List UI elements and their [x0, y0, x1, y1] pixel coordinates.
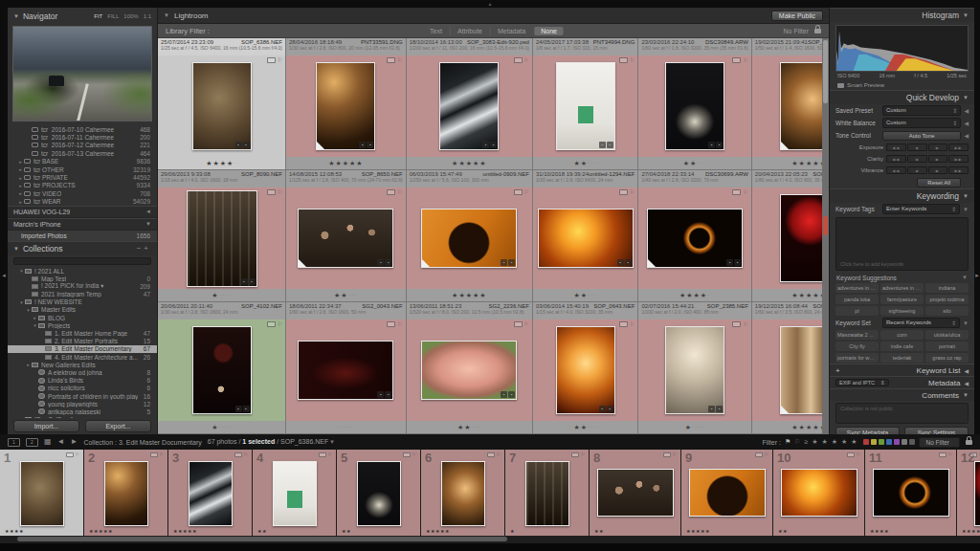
filmstrip-item[interactable]: 12⚐★★★★★ [957, 450, 980, 536]
crop-badge-icon[interactable]: ▪ [716, 406, 723, 412]
flag-icon[interactable]: ⚐ [673, 452, 677, 457]
filter-option-attribute[interactable]: Attribute [450, 27, 489, 35]
collection-row[interactable]: ▾Projects [8, 321, 157, 329]
star-rating-filter[interactable]: ≥ ★ ★ ★ ★ ★ [804, 438, 858, 446]
back-arrow-icon[interactable]: ◄ [57, 437, 65, 447]
flag-icon[interactable]: ⚐ [328, 452, 332, 457]
crop-badge-icon[interactable]: ▪ [243, 406, 250, 412]
grid-cell[interactable]: 18/10/2014 16:13:00SOP_3083-Edit-920.psd… [407, 38, 533, 170]
collections-add-remove-icons[interactable]: −+ [137, 244, 151, 253]
rotate-badge-icon[interactable] [514, 189, 523, 195]
forward-arrow-icon[interactable]: ► [70, 437, 78, 447]
crop-badge-icon[interactable]: ▪ [249, 278, 256, 285]
color-label-chip[interactable] [886, 439, 892, 445]
adjustment-step-button[interactable]: ▶ [928, 143, 948, 151]
rotate-badge-icon[interactable] [619, 321, 628, 327]
tag-badge-icon[interactable]: ▪ [241, 278, 248, 285]
crop-badge-icon[interactable]: ▪ [734, 259, 741, 266]
tag-badge-icon[interactable]: ▪ [708, 142, 715, 148]
rotate-badge-icon[interactable] [387, 189, 395, 195]
collection-row[interactable]: A elektrow od johna8 [8, 368, 157, 376]
keyword-list-header[interactable]: + Keyword List ◀ [830, 364, 974, 376]
keyword-entry-box[interactable]: Click here to add keywords [835, 217, 969, 271]
filmstrip-thumbnail[interactable] [781, 469, 858, 517]
folder-row[interactable]: ▸tcr PRIVATE44592 [8, 173, 157, 181]
navigator-header[interactable]: ▼ Navigator FITFILL100%1:1 [8, 8, 157, 25]
filmstrip-thumbnail[interactable] [974, 461, 980, 526]
adjustment-step-button[interactable]: ◀◀ [886, 166, 906, 174]
recent-keyword-button[interactable]: tederiak [880, 353, 924, 363]
second-window-button[interactable]: 2 [26, 438, 38, 447]
cell-star-rating[interactable]: ★★★★★ [407, 157, 532, 169]
current-collection-label[interactable]: Collection : 3. Edit Master Documentary [83, 439, 201, 446]
quick-develop-header[interactable]: Quick Develop ▼ [830, 90, 974, 104]
cell-star-rating[interactable]: ★★★★· [158, 157, 285, 169]
photo-thumbnail[interactable]: ▪▪ [439, 62, 499, 150]
disclosure-triangle-icon[interactable]: ▾ [18, 268, 25, 274]
flag-icon[interactable]: ⚐ [743, 189, 747, 195]
filmstrip-item[interactable]: 6⚐★★★★★ [421, 450, 504, 536]
navigator-zoom-option[interactable]: FIT [94, 13, 102, 19]
collapse-triangle-icon[interactable]: ▼ [962, 275, 968, 280]
keyword-suggestion-button[interactable]: panda loka [835, 295, 879, 304]
rotate-badge-icon[interactable] [234, 452, 242, 457]
flag-pick-icon[interactable]: ⚑ [785, 438, 791, 446]
keyword-suggestion-button[interactable]: silo [925, 306, 969, 316]
flag-icon[interactable]: ⚐ [278, 189, 282, 195]
grid-cell[interactable]: 31/10/2018 19:39:24untitled-1294.NEF1/30… [533, 170, 638, 302]
tag-badge-icon[interactable]: ▪ [726, 259, 733, 266]
folder-row[interactable]: ▸tcr OTHER32319 [8, 165, 157, 173]
color-label-chip[interactable] [871, 439, 877, 445]
folder-row[interactable]: tcr_2016-07-10 Cahermee468 [8, 125, 157, 133]
photo-thumbnail[interactable]: ▪▪ [298, 341, 393, 400]
photo-thumbnail[interactable]: ▪▪ [665, 62, 724, 150]
tag-badge-icon[interactable]: ▪ [235, 406, 242, 412]
color-label-chip[interactable] [909, 439, 915, 445]
disclosure-triangle-icon[interactable]: ▾ [25, 307, 32, 313]
collection-row[interactable]: ▾Master Edits [8, 306, 157, 314]
recent-keyword-button[interactable]: corn [880, 330, 924, 340]
photo-thumbnail[interactable]: ▪▪ [556, 326, 615, 414]
cell-star-rating[interactable]: ★★··· [533, 421, 637, 433]
collapse-triangle-icon[interactable]: ▼ [963, 320, 969, 326]
filmstrip-thumbnail[interactable] [273, 461, 317, 526]
tag-badge-icon[interactable]: ▪ [482, 142, 489, 148]
photo-thumbnail[interactable]: ▪▪ [187, 190, 257, 287]
crop-badge-icon[interactable]: ▪ [508, 391, 515, 398]
flag-icon[interactable]: ⚐ [76, 452, 79, 457]
tag-badge-icon[interactable]: ▪ [599, 406, 606, 412]
flag-icon[interactable]: ⚐ [397, 189, 402, 195]
flag-icon[interactable]: ⚐ [743, 321, 747, 327]
keyword-tags-select[interactable]: Enter Keywords⇕ [882, 204, 960, 214]
filter-lock-icon[interactable] [966, 440, 972, 445]
collection-row[interactable]: ▸New Galleries Edits [8, 361, 157, 368]
disclosure-triangle-icon[interactable]: ▸ [17, 190, 24, 196]
adjustment-step-button[interactable]: ◀ [907, 166, 927, 174]
device-panel-iphone[interactable]: Marcin's iPhone ▼ [8, 218, 157, 231]
adjustment-step-button[interactable]: ◀◀ [886, 143, 906, 151]
flag-icon[interactable]: ⚐ [630, 57, 635, 63]
color-label-chip[interactable] [879, 439, 884, 445]
grid-cell[interactable]: 24/05/2017 17:03:38PNT34994.DNG1/8 sec a… [533, 38, 638, 170]
adjustment-step-button[interactable]: ▶▶ [948, 143, 969, 151]
rotate-badge-icon[interactable] [319, 452, 326, 457]
grid-cell[interactable]: 03/06/2014 15:40:19SOP_0643.NEF1/15 sec … [533, 302, 638, 434]
keywording-header[interactable]: Keywording ▼ [830, 188, 974, 203]
color-label-chip[interactable] [894, 439, 900, 445]
recent-keyword-button[interactable]: grass co rap [925, 353, 969, 363]
filmstrip-thumbnail[interactable] [189, 461, 233, 526]
collection-row[interactable]: ! 2021 PICK for India ▾209 [8, 282, 157, 290]
photo-thumbnail[interactable]: ▪▪ [665, 326, 724, 414]
disclosure-triangle-icon[interactable]: ▸ [17, 166, 24, 172]
filmstrip-item[interactable]: 10⚐★★ [773, 450, 864, 536]
crop-badge-icon[interactable]: ▪ [385, 259, 391, 266]
collection-row[interactable]: ▾! NEW WEBSITE [8, 298, 157, 306]
flag-icon[interactable]: ⚐ [244, 452, 248, 457]
photo-thumbnail[interactable]: ▪▪ [192, 326, 252, 414]
crop-badge-icon[interactable]: ▪ [607, 142, 613, 148]
grid-cell[interactable]: 23/03/2016 22:24:10DSC30849.ARW1/60 sec … [638, 38, 751, 170]
collection-row[interactable]: ▾! 2021 ALL [8, 267, 157, 275]
keyword-suggestion-button[interactable]: farm/pasture [880, 295, 924, 304]
flag-icon[interactable]: ⚐ [397, 57, 402, 63]
comments-input[interactable]: Collection is not public [835, 403, 969, 424]
